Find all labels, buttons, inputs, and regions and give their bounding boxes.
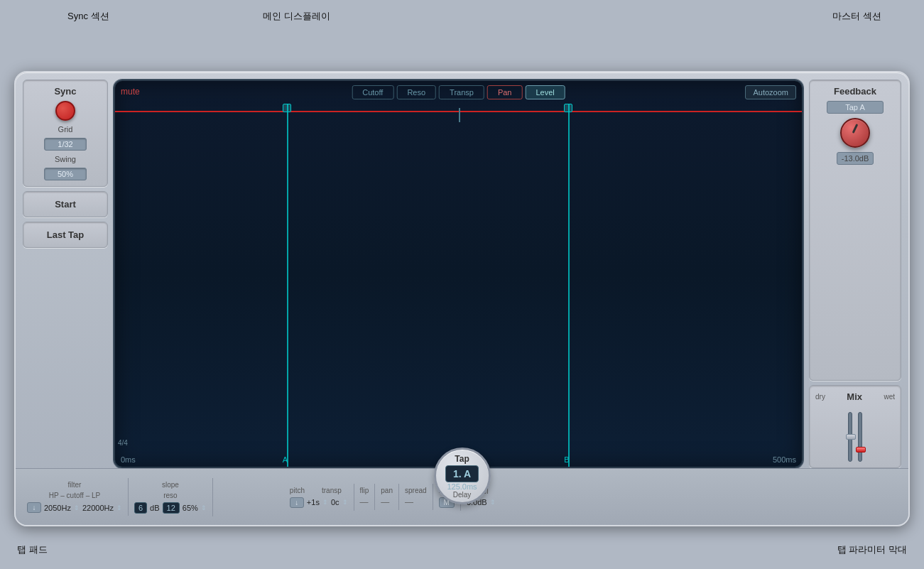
mute-label: mute: [121, 87, 140, 97]
slope-num-value: 12: [163, 502, 180, 514]
flip-group: flip —: [354, 484, 376, 510]
pitch-value: +1s: [307, 498, 320, 506]
filter-down-btn[interactable]: ↓: [27, 502, 41, 513]
spread-label: spread: [405, 487, 427, 494]
pan-value: —: [381, 497, 393, 507]
pitch-down-btn[interactable]: ↓: [290, 497, 304, 508]
slope-unit: dB: [150, 504, 159, 512]
flip-label: flip: [360, 487, 369, 494]
tab-pan[interactable]: Pan: [487, 85, 523, 99]
swing-label: Swing: [55, 155, 76, 163]
sync-knob[interactable]: [55, 101, 75, 121]
tap-a-label: A: [283, 455, 288, 464]
sync-panel: Sync Grid 1/32 Swing 50%: [23, 80, 108, 187]
wet-label: wet: [884, 393, 895, 401]
filter-label: filter: [27, 481, 122, 489]
freq1-arrows[interactable]: ⇕: [74, 504, 80, 511]
spread-group: spread —: [399, 484, 433, 510]
tap-button[interactable]: Tap 1. A 125.0ms Delay: [434, 448, 491, 504]
start-label: Start: [55, 199, 76, 210]
feedback-title: Feedback: [834, 86, 876, 97]
tap-a-button[interactable]: Tap A: [827, 101, 884, 114]
sync-section: Sync Grid 1/32 Swing 50% Start Last Tap: [23, 80, 108, 468]
filter-group: filter HP – cutoff – LP ↓ 2050Hz ⇕ 22000…: [21, 478, 129, 516]
beat-indicator: 4/4: [118, 439, 128, 447]
dry-slider-track: [848, 412, 852, 462]
autozoom-button[interactable]: Autozoom: [745, 85, 796, 99]
annotation-display: 메인 디스플레이: [263, 10, 330, 23]
annotation-tap-params: 탭 파라미터 막대: [837, 543, 907, 556]
master-section: Feedback Tap A -13.0dB dry Mix wet: [809, 80, 901, 468]
feedback-db: -13.0dB: [837, 152, 874, 165]
grid-value[interactable]: 1/32: [44, 138, 87, 151]
feedback-knob[interactable]: [840, 118, 870, 148]
slope-label: slope: [134, 481, 207, 489]
mix-sliders: [848, 405, 862, 462]
freq1-value: 2050Hz: [44, 504, 71, 512]
feedback-panel: Feedback Tap A -13.0dB: [809, 80, 901, 381]
start-button[interactable]: Start: [23, 191, 108, 217]
tap-bottom-label: Delay: [453, 491, 472, 499]
flip-value: —: [360, 497, 369, 507]
tap-marker-a: [287, 104, 288, 467]
slope-group: slope reso 6 dB 12 65% ⇕: [129, 478, 213, 516]
grid-label: Grid: [58, 125, 73, 134]
pan-label: pan: [381, 487, 393, 494]
freq2-value: 22000Hz: [82, 504, 114, 512]
swing-value[interactable]: 50%: [44, 168, 87, 180]
pan-group: pan —: [375, 484, 399, 510]
tap-selector-value: 1. A: [453, 468, 471, 479]
annotation-sync: Sync 섹션: [67, 10, 109, 23]
reso-value: 65%: [183, 504, 198, 512]
tab-level[interactable]: Level: [525, 85, 565, 99]
level-arrows[interactable]: ⇕: [490, 499, 496, 506]
tick-mid: [459, 108, 460, 122]
tab-transp[interactable]: Transp: [439, 85, 484, 99]
pitch-label: pitch: [290, 487, 305, 494]
freq2-arrows[interactable]: ⇕: [116, 504, 122, 511]
time-end: 500ms: [773, 455, 796, 464]
last-tap-button[interactable]: Last Tap: [23, 222, 108, 248]
time-start: 0ms: [121, 455, 136, 464]
tab-cutoff[interactable]: Cutoff: [352, 85, 393, 99]
tap-b-label: B: [564, 455, 569, 464]
bottom-bar: Tap 1. A 125.0ms Delay filter HP – cutof…: [16, 468, 908, 525]
transp-label: transp: [322, 487, 342, 494]
dry-label: dry: [815, 393, 825, 401]
tap-top-label: Tap: [455, 454, 469, 464]
slope-db-value: 6: [134, 502, 147, 514]
tab-reso[interactable]: Reso: [396, 85, 436, 99]
tap-marker-b: [568, 104, 570, 467]
main-display: mute Cutoff Reso Transp Pan Level Autozo…: [114, 80, 803, 468]
tap-delay-ms: 125.0ms: [447, 482, 477, 491]
transp-value: 0c: [331, 498, 339, 506]
reso-arrows[interactable]: ⇕: [201, 504, 207, 511]
spread-value: —: [405, 497, 427, 507]
mix-title: Mix: [847, 391, 862, 402]
reso-label: reso: [134, 492, 207, 499]
wet-slider-track: [858, 412, 862, 462]
display-tabs: Cutoff Reso Transp Pan Level: [352, 85, 565, 99]
mix-section: dry Mix wet: [809, 385, 901, 468]
tap-selector[interactable]: 1. A: [445, 465, 479, 482]
plugin-container: Sync Grid 1/32 Swing 50% Start Last Tap …: [14, 71, 910, 526]
annotation-tap-pad: 탭 패드: [17, 543, 48, 556]
pitch-group: pitch transp ↓ +1s ⇕ 0c ⇕: [284, 484, 354, 511]
sync-label: Sync: [54, 86, 76, 97]
wet-slider[interactable]: [856, 447, 866, 453]
hp-cutoff-lp: HP – cutoff – LP: [27, 492, 122, 499]
dry-slider[interactable]: [846, 434, 856, 440]
last-tap-label: Last Tap: [47, 229, 85, 240]
pitch-arrows[interactable]: ⇕: [322, 499, 328, 506]
display-screen: mute Cutoff Reso Transp Pan Level Autozo…: [114, 80, 803, 468]
annotation-master: 마스터 섹션: [832, 10, 881, 23]
transp-arrows[interactable]: ⇕: [342, 499, 348, 506]
